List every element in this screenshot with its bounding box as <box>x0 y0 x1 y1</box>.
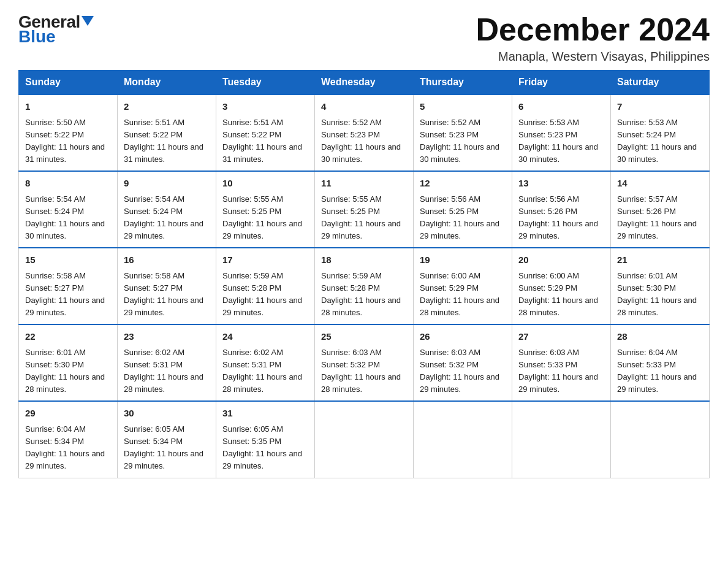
calendar-day-25: 25 Sunrise: 6:03 AMSunset: 5:32 PMDaylig… <box>315 324 414 401</box>
day-info: Sunrise: 5:58 AMSunset: 5:27 PMDaylight:… <box>124 271 203 317</box>
day-number: 11 <box>321 177 407 191</box>
column-header-friday: Friday <box>512 71 611 95</box>
day-info: Sunrise: 5:55 AMSunset: 5:25 PMDaylight:… <box>321 194 401 240</box>
day-info: Sunrise: 6:00 AMSunset: 5:29 PMDaylight:… <box>518 271 598 317</box>
day-number: 5 <box>420 100 506 114</box>
day-number: 10 <box>222 177 308 191</box>
day-number: 9 <box>124 177 210 191</box>
day-number: 7 <box>617 100 703 114</box>
calendar-day-31: 31 Sunrise: 6:05 AMSunset: 5:35 PMDaylig… <box>216 401 315 478</box>
empty-cell <box>611 401 710 478</box>
day-number: 17 <box>222 253 308 267</box>
day-number: 12 <box>420 177 506 191</box>
week-row-4: 22 Sunrise: 6:01 AMSunset: 5:30 PMDaylig… <box>19 324 710 401</box>
page-header: General Blue December 2024 Manapla, West… <box>18 12 710 64</box>
day-number: 4 <box>321 100 407 114</box>
calendar-day-14: 14 Sunrise: 5:57 AMSunset: 5:26 PMDaylig… <box>611 171 710 248</box>
calendar-day-1: 1 Sunrise: 5:50 AMSunset: 5:22 PMDayligh… <box>19 94 118 171</box>
day-info: Sunrise: 5:59 AMSunset: 5:28 PMDaylight:… <box>222 271 302 317</box>
calendar-day-2: 2 Sunrise: 5:51 AMSunset: 5:22 PMDayligh… <box>118 94 216 171</box>
column-header-sunday: Sunday <box>19 71 118 95</box>
week-row-2: 8 Sunrise: 5:54 AMSunset: 5:24 PMDayligh… <box>19 171 710 248</box>
day-number: 19 <box>420 253 506 267</box>
calendar-day-19: 19 Sunrise: 6:00 AMSunset: 5:29 PMDaylig… <box>414 248 512 324</box>
empty-cell <box>414 401 512 478</box>
calendar-day-26: 26 Sunrise: 6:03 AMSunset: 5:32 PMDaylig… <box>414 324 512 401</box>
calendar-table: SundayMondayTuesdayWednesdayThursdayFrid… <box>18 70 710 478</box>
day-info: Sunrise: 5:52 AMSunset: 5:23 PMDaylight:… <box>420 118 499 164</box>
day-number: 13 <box>518 177 604 191</box>
day-number: 15 <box>25 253 111 267</box>
calendar-day-3: 3 Sunrise: 5:51 AMSunset: 5:22 PMDayligh… <box>216 94 315 171</box>
calendar-day-27: 27 Sunrise: 6:03 AMSunset: 5:33 PMDaylig… <box>512 324 611 401</box>
day-number: 25 <box>321 330 407 344</box>
calendar-day-5: 5 Sunrise: 5:52 AMSunset: 5:23 PMDayligh… <box>414 94 512 171</box>
calendar-day-15: 15 Sunrise: 5:58 AMSunset: 5:27 PMDaylig… <box>19 248 118 324</box>
day-info: Sunrise: 5:51 AMSunset: 5:22 PMDaylight:… <box>124 118 203 164</box>
day-number: 23 <box>124 330 210 344</box>
calendar-day-7: 7 Sunrise: 5:53 AMSunset: 5:24 PMDayligh… <box>611 94 710 171</box>
day-info: Sunrise: 5:57 AMSunset: 5:26 PMDaylight:… <box>617 194 697 240</box>
logo: General Blue <box>18 12 94 47</box>
day-number: 18 <box>321 253 407 267</box>
day-number: 1 <box>25 100 111 114</box>
calendar-day-20: 20 Sunrise: 6:00 AMSunset: 5:29 PMDaylig… <box>512 248 611 324</box>
day-info: Sunrise: 6:01 AMSunset: 5:30 PMDaylight:… <box>25 348 105 394</box>
day-info: Sunrise: 6:03 AMSunset: 5:32 PMDaylight:… <box>321 348 401 394</box>
empty-cell <box>315 401 414 478</box>
day-number: 24 <box>222 330 308 344</box>
day-number: 6 <box>518 100 604 114</box>
day-info: Sunrise: 5:56 AMSunset: 5:25 PMDaylight:… <box>420 194 499 240</box>
day-number: 30 <box>124 407 210 421</box>
day-info: Sunrise: 6:04 AMSunset: 5:34 PMDaylight:… <box>25 424 105 470</box>
column-header-thursday: Thursday <box>414 71 512 95</box>
day-number: 20 <box>518 253 604 267</box>
week-row-3: 15 Sunrise: 5:58 AMSunset: 5:27 PMDaylig… <box>19 248 710 324</box>
calendar-day-11: 11 Sunrise: 5:55 AMSunset: 5:25 PMDaylig… <box>315 171 414 248</box>
calendar-day-24: 24 Sunrise: 6:02 AMSunset: 5:31 PMDaylig… <box>216 324 315 401</box>
day-number: 14 <box>617 177 703 191</box>
calendar-day-18: 18 Sunrise: 5:59 AMSunset: 5:28 PMDaylig… <box>315 248 414 324</box>
day-info: Sunrise: 5:56 AMSunset: 5:26 PMDaylight:… <box>518 194 598 240</box>
day-number: 8 <box>25 177 111 191</box>
day-number: 31 <box>222 407 308 421</box>
day-info: Sunrise: 5:53 AMSunset: 5:23 PMDaylight:… <box>518 118 598 164</box>
day-info: Sunrise: 6:02 AMSunset: 5:31 PMDaylight:… <box>124 348 203 394</box>
day-number: 26 <box>420 330 506 344</box>
calendar-day-13: 13 Sunrise: 5:56 AMSunset: 5:26 PMDaylig… <box>512 171 611 248</box>
logo-blue-text: Blue <box>18 27 56 47</box>
column-header-wednesday: Wednesday <box>315 71 414 95</box>
day-info: Sunrise: 5:55 AMSunset: 5:25 PMDaylight:… <box>222 194 302 240</box>
calendar-day-21: 21 Sunrise: 6:01 AMSunset: 5:30 PMDaylig… <box>611 248 710 324</box>
day-info: Sunrise: 5:59 AMSunset: 5:28 PMDaylight:… <box>321 271 401 317</box>
calendar-day-10: 10 Sunrise: 5:55 AMSunset: 5:25 PMDaylig… <box>216 171 315 248</box>
calendar-day-16: 16 Sunrise: 5:58 AMSunset: 5:27 PMDaylig… <box>118 248 216 324</box>
day-info: Sunrise: 5:51 AMSunset: 5:22 PMDaylight:… <box>222 118 302 164</box>
day-number: 21 <box>617 253 703 267</box>
day-info: Sunrise: 5:58 AMSunset: 5:27 PMDaylight:… <box>25 271 105 317</box>
calendar-day-30: 30 Sunrise: 6:05 AMSunset: 5:34 PMDaylig… <box>118 401 216 478</box>
day-number: 3 <box>222 100 308 114</box>
day-info: Sunrise: 6:05 AMSunset: 5:34 PMDaylight:… <box>124 424 203 470</box>
day-info: Sunrise: 6:00 AMSunset: 5:29 PMDaylight:… <box>420 271 499 317</box>
calendar-day-17: 17 Sunrise: 5:59 AMSunset: 5:28 PMDaylig… <box>216 248 315 324</box>
calendar-day-9: 9 Sunrise: 5:54 AMSunset: 5:24 PMDayligh… <box>118 171 216 248</box>
calendar-day-29: 29 Sunrise: 6:04 AMSunset: 5:34 PMDaylig… <box>19 401 118 478</box>
day-info: Sunrise: 6:03 AMSunset: 5:32 PMDaylight:… <box>420 348 499 394</box>
calendar-day-8: 8 Sunrise: 5:54 AMSunset: 5:24 PMDayligh… <box>19 171 118 248</box>
calendar-day-4: 4 Sunrise: 5:52 AMSunset: 5:23 PMDayligh… <box>315 94 414 171</box>
day-number: 2 <box>124 100 210 114</box>
calendar-day-6: 6 Sunrise: 5:53 AMSunset: 5:23 PMDayligh… <box>512 94 611 171</box>
calendar-day-28: 28 Sunrise: 6:04 AMSunset: 5:33 PMDaylig… <box>611 324 710 401</box>
week-row-1: 1 Sunrise: 5:50 AMSunset: 5:22 PMDayligh… <box>19 94 710 171</box>
calendar-day-12: 12 Sunrise: 5:56 AMSunset: 5:25 PMDaylig… <box>414 171 512 248</box>
month-year-title: December 2024 <box>476 12 710 47</box>
column-header-monday: Monday <box>118 71 216 95</box>
day-number: 29 <box>25 407 111 421</box>
column-header-tuesday: Tuesday <box>216 71 315 95</box>
day-info: Sunrise: 6:03 AMSunset: 5:33 PMDaylight:… <box>518 348 598 394</box>
day-info: Sunrise: 5:54 AMSunset: 5:24 PMDaylight:… <box>124 194 203 240</box>
column-header-saturday: Saturday <box>611 71 710 95</box>
calendar-day-23: 23 Sunrise: 6:02 AMSunset: 5:31 PMDaylig… <box>118 324 216 401</box>
day-info: Sunrise: 5:52 AMSunset: 5:23 PMDaylight:… <box>321 118 401 164</box>
